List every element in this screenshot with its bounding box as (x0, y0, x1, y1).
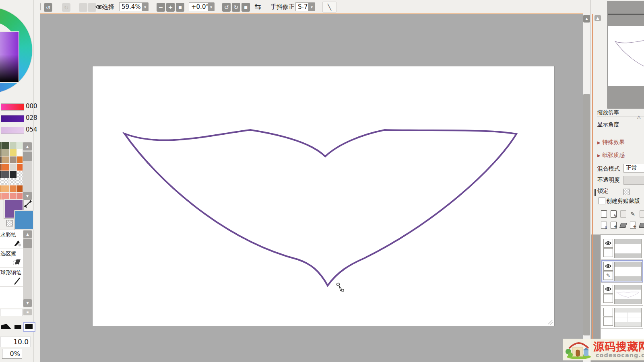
palette-swatch[interactable] (10, 185, 17, 192)
stabilizer-dropdown-icon[interactable]: ▾ (308, 2, 315, 11)
history-button-1[interactable] (79, 3, 87, 12)
layer-thumbnail[interactable] (614, 308, 642, 327)
palette-swatch[interactable] (0, 156, 2, 163)
palette-swatch[interactable] (17, 178, 23, 185)
blend-mode-select[interactable]: 正常 (623, 164, 644, 173)
palette-swatch[interactable] (17, 142, 23, 149)
zoom-out-button[interactable]: − (157, 3, 165, 12)
panel-grip[interactable] (594, 189, 596, 196)
transfer-down-button[interactable]: ⇩ (599, 221, 608, 230)
palette-swatch[interactable] (17, 171, 23, 178)
layer-thumbnail[interactable] (614, 239, 642, 258)
palette-swatch[interactable] (10, 149, 17, 156)
clear-layer-button[interactable] (619, 221, 627, 230)
transparent-color-button[interactable] (6, 220, 13, 226)
canvas-corner-resize-mark[interactable] (547, 319, 553, 325)
tool-item-watercolor[interactable]: 水彩笔 (0, 230, 23, 249)
brush-size-bar-button[interactable]: ▪ (23, 309, 32, 315)
swap-colors-icon[interactable] (23, 200, 32, 208)
brush-size-bar[interactable] (0, 309, 23, 316)
layer-thumbnail[interactable] (614, 262, 642, 281)
palette-swatch[interactable] (0, 142, 2, 149)
min-size-input[interactable]: 0% (2, 349, 22, 359)
palette-swatch[interactable] (10, 171, 17, 178)
palette-swatch[interactable] (17, 193, 23, 200)
palette-swatch[interactable] (10, 178, 17, 185)
brush-shape-flat[interactable] (1, 324, 11, 329)
palette-swatch[interactable] (10, 164, 17, 171)
view-angle-slider[interactable] (597, 129, 644, 129)
rotate-cw-button[interactable]: ↻ (232, 3, 240, 12)
layer-visibility-toggle[interactable] (603, 308, 613, 317)
layer-edit-toggle[interactable] (603, 317, 613, 326)
layer-edit-toggle[interactable] (603, 294, 613, 303)
zoom-level-input[interactable]: 59.4% (119, 2, 142, 11)
palette-scrollbar-thumb[interactable] (23, 152, 32, 161)
palette-swatch[interactable] (2, 171, 9, 178)
new-layer-button[interactable] (599, 210, 608, 218)
layer-thumbnail[interactable] (614, 285, 642, 304)
saved-swatch-bar[interactable] (1, 115, 24, 122)
flip-horizontal-icon[interactable]: ⇆ (254, 2, 261, 11)
extra-layer-button-2[interactable] (638, 221, 644, 230)
palette-swatch[interactable] (0, 178, 2, 185)
angle-input[interactable]: +0.0° (189, 2, 208, 11)
special-effects-section[interactable]: ▶ 特殊效果 (597, 139, 625, 146)
palette-swatch[interactable] (17, 149, 23, 156)
layer-visibility-toggle[interactable] (603, 285, 613, 294)
palette-swatch[interactable] (10, 156, 17, 163)
navigator-preview[interactable] (607, 1, 644, 109)
layer-row[interactable] (601, 283, 643, 306)
angle-reset-button[interactable]: ■ (242, 3, 250, 12)
history-button-2[interactable] (88, 3, 96, 12)
saturation-square[interactable] (0, 31, 19, 83)
saved-swatch-bar[interactable] (1, 103, 24, 111)
palette-swatch[interactable] (2, 164, 9, 171)
brush-size-input[interactable]: 10.0 (0, 337, 31, 347)
paper-texture-section[interactable]: ▶ 纸张质感 (597, 152, 625, 159)
zoom-ratio-slider-marker[interactable]: △ (637, 114, 640, 119)
opacity-slider[interactable] (623, 176, 644, 185)
canvas-vscroll-up-icon[interactable]: ▲ (583, 15, 590, 23)
palette-swatch[interactable] (0, 171, 2, 178)
rotate-ccw-button[interactable]: ↺ (222, 3, 231, 12)
palette-swatch[interactable] (2, 185, 9, 192)
angle-dropdown-icon[interactable]: ▾ (208, 2, 215, 11)
layer-row[interactable]: ✎ (601, 260, 643, 283)
tool-scroll-up-icon[interactable]: ▲ (23, 230, 32, 238)
palette-swatch[interactable] (2, 156, 9, 163)
brush-shape-selected[interactable] (23, 322, 35, 332)
layer-visibility-toggle[interactable] (603, 262, 613, 271)
layer-row[interactable] (601, 306, 643, 329)
zoom-in-button[interactable]: + (166, 3, 175, 12)
disabled-layer-button[interactable] (638, 210, 644, 218)
zoom-dropdown-icon[interactable]: ▾ (142, 2, 149, 11)
palette-swatch[interactable] (17, 164, 23, 171)
palette-swatch[interactable] (2, 193, 9, 200)
palette-swatch[interactable] (10, 142, 17, 149)
color-wheel[interactable] (0, 6, 34, 94)
palette-swatch[interactable] (0, 193, 2, 200)
palette-swatch[interactable] (2, 142, 9, 149)
layer-visibility-toggle[interactable] (603, 239, 613, 248)
palette-swatch[interactable] (17, 156, 23, 163)
saved-swatch-bar[interactable] (1, 127, 24, 134)
palette-swatch[interactable] (0, 149, 2, 156)
layer-edit-toggle[interactable]: ✎ (603, 271, 613, 280)
background-color-swatch[interactable] (15, 211, 33, 229)
palette-scroll-up-icon[interactable]: ▲ (23, 142, 32, 150)
new-layerset-button[interactable] (619, 210, 627, 218)
stabilizer-value-select[interactable]: S-7 (295, 2, 309, 11)
layer-edit-toggle[interactable] (603, 248, 613, 257)
brush-shape-small[interactable] (14, 325, 21, 329)
palette-swatch[interactable] (17, 185, 23, 192)
palette-swatch[interactable] (0, 164, 2, 171)
layer-row[interactable] (601, 237, 643, 260)
zoom-reset-button[interactable]: ■ (176, 3, 184, 12)
clipping-checkbox[interactable] (599, 197, 605, 204)
extra-layer-button-1[interactable]: + (628, 221, 637, 230)
palette-scrollbar-track[interactable] (23, 142, 32, 200)
merge-down-button[interactable]: + (609, 221, 618, 230)
canvas-vscroll-thumb[interactable] (583, 94, 590, 335)
panel-splitter-accent[interactable] (592, 14, 593, 340)
